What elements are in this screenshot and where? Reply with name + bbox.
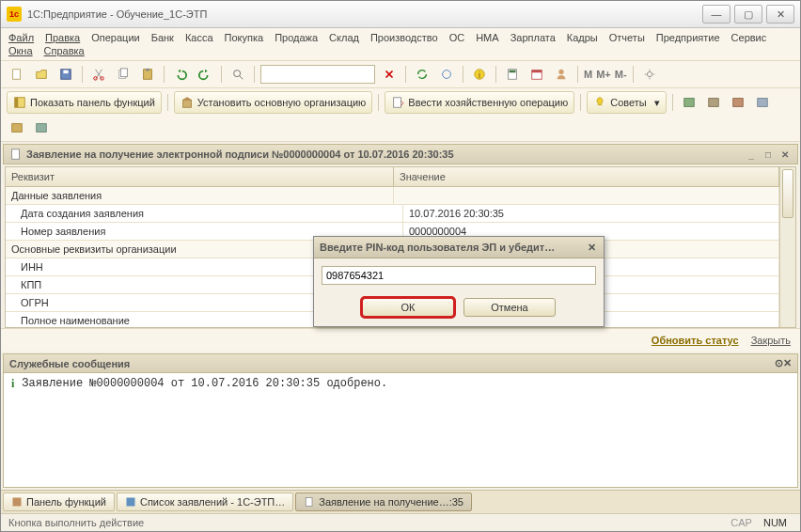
document-header: Заявление на получение электронной подпи… bbox=[3, 144, 798, 164]
messages-pin-button[interactable]: ⊙ bbox=[775, 357, 783, 369]
document-title: Заявление на получение электронной подпи… bbox=[26, 149, 454, 160]
messages-close-button[interactable]: ✕ bbox=[783, 357, 792, 369]
m-button[interactable]: M bbox=[584, 69, 592, 80]
pin-input[interactable] bbox=[322, 266, 596, 285]
menu-nma[interactable]: НМА bbox=[476, 32, 498, 43]
task-current-doc[interactable]: Заявление на получение…:35 bbox=[295, 493, 472, 511]
menu-os[interactable]: ОС bbox=[449, 32, 465, 43]
tb-icon-2[interactable] bbox=[703, 92, 724, 113]
menu-reports[interactable]: Отчеты bbox=[609, 32, 645, 43]
menu-help[interactable]: Справка bbox=[44, 45, 85, 56]
doc-max-button[interactable]: □ bbox=[762, 148, 775, 161]
menu-salary[interactable]: Зарплата bbox=[510, 32, 556, 43]
cancel-button[interactable]: Отмена bbox=[463, 298, 556, 317]
svg-rect-22 bbox=[394, 98, 401, 108]
table-scrollbar[interactable] bbox=[779, 167, 795, 327]
taskbar: Панель функций Список заявлений - 1С-ЭТП… bbox=[1, 490, 800, 513]
paste-icon[interactable] bbox=[137, 64, 158, 85]
svg-point-18 bbox=[647, 71, 652, 76]
svg-point-17 bbox=[558, 70, 563, 74]
col-attribute[interactable]: Реквизит bbox=[6, 167, 394, 186]
close-link[interactable]: Закрыть bbox=[751, 335, 791, 346]
tb-icon-5[interactable] bbox=[7, 117, 27, 138]
enter-op-button[interactable]: Ввести хозяйственную операцию bbox=[385, 91, 574, 114]
menu-hr[interactable]: Кадры bbox=[567, 32, 598, 43]
search-icon[interactable] bbox=[228, 64, 248, 85]
svg-point-9 bbox=[234, 70, 241, 77]
menu-bank[interactable]: Банк bbox=[151, 32, 174, 43]
menu-windows[interactable]: Окна bbox=[8, 45, 33, 56]
menu-edit[interactable]: Правка bbox=[45, 32, 80, 43]
svg-rect-2 bbox=[63, 70, 68, 74]
svg-rect-21 bbox=[182, 100, 191, 107]
messages-title: Служебные сообщения bbox=[9, 358, 130, 369]
save-icon[interactable] bbox=[55, 64, 76, 85]
svg-rect-20 bbox=[15, 98, 19, 108]
redo-icon[interactable] bbox=[195, 64, 215, 85]
refresh-icon[interactable] bbox=[412, 64, 432, 85]
col-value[interactable]: Значение bbox=[394, 167, 779, 186]
tb-icon-1[interactable] bbox=[679, 92, 699, 113]
doc-close-button[interactable]: ✕ bbox=[778, 148, 792, 161]
show-panel-button[interactable]: Показать панель функций bbox=[7, 91, 162, 114]
menu-enterprise[interactable]: Предприятие bbox=[656, 32, 720, 43]
cut-icon[interactable] bbox=[88, 64, 109, 85]
settings-icon[interactable] bbox=[639, 64, 660, 85]
window-title: 1С:Предприятие - Обучение_1С-ЭТП bbox=[27, 8, 702, 20]
task-panel-functions[interactable]: Панель функций bbox=[3, 493, 115, 511]
set-org-button[interactable]: Установить основную организацию bbox=[174, 91, 373, 114]
menu-file[interactable]: Файл bbox=[8, 32, 34, 43]
calc-icon[interactable] bbox=[502, 64, 523, 85]
table-row[interactable]: Данные заявления bbox=[6, 187, 779, 205]
undo-icon[interactable] bbox=[170, 64, 191, 85]
messages-body: i Заявление №0000000004 от 10.07.2016 20… bbox=[3, 373, 798, 488]
status-hint: Кнопка выполнить действие bbox=[8, 517, 144, 528]
menu-purchase[interactable]: Покупка bbox=[225, 32, 264, 43]
tb-icon-3[interactable] bbox=[728, 92, 748, 113]
link-icon[interactable] bbox=[436, 64, 457, 85]
svg-rect-26 bbox=[757, 99, 767, 107]
tips-button[interactable]: Советы▾ bbox=[587, 91, 666, 114]
close-button[interactable]: ✕ bbox=[766, 5, 794, 23]
cell-attr: Дата создания заявления bbox=[6, 205, 403, 222]
menu-production[interactable]: Производство bbox=[370, 32, 438, 43]
new-icon[interactable] bbox=[7, 64, 27, 85]
svg-text:i: i bbox=[479, 70, 480, 80]
svg-rect-23 bbox=[683, 99, 694, 107]
menu-cash[interactable]: Касса bbox=[185, 32, 213, 43]
tb-icon-4[interactable] bbox=[752, 92, 773, 113]
svg-rect-27 bbox=[12, 124, 23, 133]
svg-rect-16 bbox=[532, 70, 542, 73]
menu-service[interactable]: Сервис bbox=[731, 32, 767, 43]
clear-search-icon[interactable] bbox=[379, 64, 400, 85]
svg-rect-14 bbox=[510, 70, 516, 73]
open-icon[interactable] bbox=[31, 64, 52, 85]
menu-operations[interactable]: Операции bbox=[91, 32, 139, 43]
menubar: Файл Правка Операции Банк Касса Покупка … bbox=[1, 28, 800, 61]
menu-warehouse[interactable]: Склад bbox=[329, 32, 359, 43]
message-text: Заявление №0000000004 от 10.07.2016 20:3… bbox=[22, 377, 387, 390]
menu-sale[interactable]: Продажа bbox=[275, 32, 318, 43]
tb-icon-6[interactable] bbox=[31, 117, 52, 138]
search-input[interactable] bbox=[260, 65, 375, 84]
ok-button[interactable]: ОК bbox=[362, 298, 454, 317]
doc-icon bbox=[9, 148, 23, 161]
m-minus-button[interactable]: M- bbox=[615, 69, 627, 80]
svg-rect-29 bbox=[12, 149, 20, 160]
info-icon[interactable]: i bbox=[469, 64, 490, 85]
refresh-status-link[interactable]: Обновить статус bbox=[652, 335, 739, 346]
calendar-icon[interactable] bbox=[526, 64, 547, 85]
table-row[interactable]: Дата создания заявления10.07.2016 20:30:… bbox=[6, 205, 779, 223]
m-plus-button[interactable]: M+ bbox=[596, 69, 611, 80]
doc-min-button[interactable]: _ bbox=[745, 148, 758, 161]
cell-attr: Данные заявления bbox=[6, 187, 394, 204]
minimize-button[interactable]: — bbox=[702, 5, 730, 23]
maximize-button[interactable]: ▢ bbox=[734, 5, 762, 23]
copy-icon[interactable] bbox=[113, 64, 134, 85]
dialog-close-button[interactable]: ✕ bbox=[585, 241, 598, 254]
svg-rect-8 bbox=[146, 69, 149, 71]
task-applications-list[interactable]: Список заявлений - 1С-ЭТП… bbox=[117, 493, 293, 511]
user-icon[interactable] bbox=[551, 64, 572, 85]
dialog-title: Введите PIN-код пользователя ЭП и убедит… bbox=[320, 242, 555, 253]
messages-header: Служебные сообщения ⊙ ✕ bbox=[3, 353, 798, 373]
